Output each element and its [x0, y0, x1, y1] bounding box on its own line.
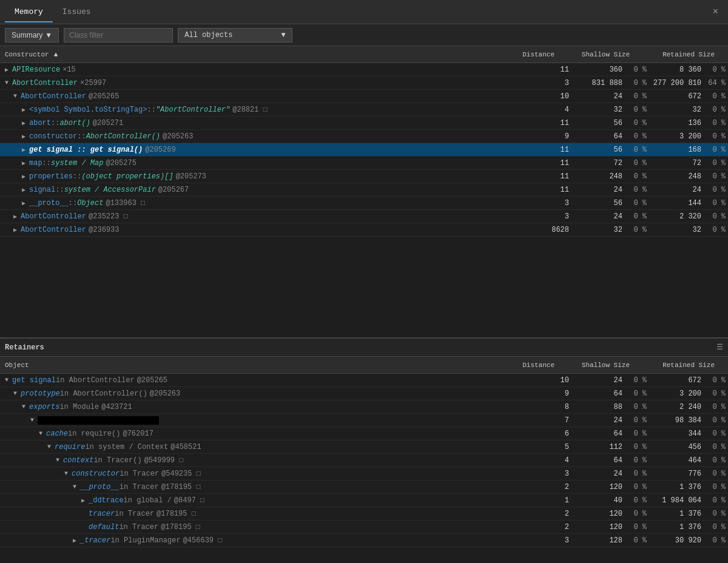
col-header-shallow2[interactable]: Shallow Size	[562, 362, 635, 369]
table-row[interactable]: ▶ constructor :: AbortController()@20526…	[0, 130, 728, 143]
tab-memory[interactable]: Memory	[5, 2, 53, 22]
cell-distance: 2	[516, 510, 576, 518]
upper-table-header: Constructor ▲ Distance Shallow Size Reta…	[0, 46, 728, 63]
cell-shallow: 56	[576, 146, 625, 154]
expand-arrow-icon[interactable]: ▶	[22, 160, 29, 167]
expand-arrow-icon[interactable]: ▶	[22, 146, 29, 153]
expand-arrow-icon[interactable]: ▶	[22, 133, 29, 140]
expand-arrow-icon[interactable]: ▼	[13, 93, 21, 99]
cell-retained: 32	[649, 106, 704, 114]
cell-distance: 3	[516, 79, 576, 87]
cell-object: ▼ constructor in Tracer@549235 □	[0, 470, 516, 478]
expand-arrow-icon[interactable]: ▼	[73, 484, 80, 490]
retainer-row[interactable]: tracer in Tracer@178195 □ 2 120 0 % 1 37…	[0, 507, 728, 521]
cell-distance: 11	[516, 172, 576, 181]
cell-object: ▼	[0, 416, 516, 425]
retainer-row[interactable]: ▶ _ddtrace in global /@8497 □ 1 40 0 % 1…	[0, 494, 728, 507]
col-header-distance[interactable]: Distance	[501, 51, 562, 58]
cell-shallow: 64	[576, 430, 625, 438]
expand-arrow-icon[interactable]: ▶	[5, 66, 12, 73]
col-header-dist2[interactable]: Distance	[501, 362, 562, 369]
cell-shallow-pct: 0 %	[625, 66, 649, 74]
cell-constructor: ▶ properties :: (object properties)[]@20…	[0, 172, 516, 181]
retainer-row[interactable]: ▼ prototype in AbortController()@205263 …	[0, 387, 728, 400]
cell-shallow-pct: 0 %	[625, 510, 649, 518]
table-row[interactable]: ▶ abort :: abort()@205271 11 56 0 % 136 …	[0, 116, 728, 130]
cell-retained: 3 200	[649, 132, 704, 141]
menu-icon[interactable]: ☰	[716, 343, 723, 352]
table-row[interactable]: ▶ signal :: system / AccessorPair@205267…	[0, 183, 728, 197]
retainer-row[interactable]: ▼ constructor in Tracer@549235 □ 3 24 0 …	[0, 467, 728, 480]
tab-issues[interactable]: Issues	[53, 2, 101, 21]
cell-retained-pct: 0 %	[704, 132, 728, 141]
retainer-row[interactable]: ▼ context in Tracer()@549999 □ 4 64 0 % …	[0, 454, 728, 467]
retainer-row[interactable]: ▼ cache in require()@762017 6 64 0 % 344…	[0, 427, 728, 440]
cell-retained-pct: 0 %	[704, 376, 728, 385]
cell-retained: 98 384	[649, 416, 704, 425]
retainer-row[interactable]: ▶ _tracer in PluginManager@456639 □ 3 12…	[0, 534, 728, 547]
retainer-row[interactable]: ▼ __proto__ in Tracer@178195 □ 2 120 0 %…	[0, 480, 728, 494]
expand-arrow-icon[interactable]: ▼	[56, 457, 63, 464]
cell-distance: 8628	[516, 226, 576, 234]
expand-arrow-icon[interactable]: ▶	[22, 120, 29, 127]
cell-object: ▼ require in system / Context@458521	[0, 443, 516, 451]
expand-arrow-icon[interactable]: ▼	[30, 417, 38, 423]
cell-retained-pct: 0 %	[704, 146, 728, 154]
table-row[interactable]: ▼ AbortController@205265 10 24 0 % 672 0…	[0, 90, 728, 103]
cell-object: ▶ _ddtrace in global /@8497 □	[0, 496, 516, 505]
cell-constructor: ▶ <symbol Symbol.toStringTag> :: "AbortC…	[0, 106, 516, 114]
col-header-object[interactable]: Object	[0, 362, 501, 369]
retainers-header: Retainers ☰	[0, 337, 728, 357]
cell-retained: 248	[649, 172, 704, 181]
table-row[interactable]: ▶ APIResource×15 11 360 0 % 8 360 0 %	[0, 63, 728, 76]
cell-shallow-pct: 0 %	[625, 119, 649, 127]
table-row[interactable]: ▶ <symbol Symbol.toStringTag> :: "AbortC…	[0, 103, 728, 116]
expand-arrow-icon[interactable]: ▶	[73, 537, 80, 544]
expand-arrow-icon[interactable]: ▶	[22, 200, 29, 207]
table-row[interactable]: ▶ __proto__ :: Object@133963 □ 3 56 0 % …	[0, 197, 728, 210]
col-header-retained[interactable]: Retained Size	[635, 51, 720, 58]
upper-table-body[interactable]: ▶ APIResource×15 11 360 0 % 8 360 0 % ▼ …	[0, 63, 728, 337]
col-header-retained2[interactable]: Retained Size	[635, 362, 720, 369]
cell-shallow-pct: 0 %	[625, 172, 649, 181]
cell-retained-pct: 0 %	[704, 119, 728, 127]
retainer-row[interactable]: default in Tracer@178195 □ 2 120 0 % 1 3…	[0, 521, 728, 534]
lower-table-body[interactable]: ▼ get signal in AbortController@205265 1…	[0, 374, 728, 547]
cell-shallow-pct: 0 %	[625, 376, 649, 385]
retainer-row[interactable]: ▼ 7 24 0 % 98 384 0 %	[0, 414, 728, 427]
expand-arrow-icon[interactable]: ▼	[64, 470, 72, 477]
table-row[interactable]: ▶ get signal :: get signal()@205269 11 5…	[0, 143, 728, 157]
cell-shallow-pct: 0 %	[625, 146, 649, 154]
expand-arrow-icon[interactable]: ▼	[5, 79, 12, 86]
class-filter-input[interactable]	[64, 28, 173, 42]
retainer-row[interactable]: ▼ get signal in AbortController@205265 1…	[0, 374, 728, 387]
expand-arrow-icon[interactable]: ▶	[22, 186, 29, 194]
table-row[interactable]: ▶ AbortController@236933 8628 32 0 % 32 …	[0, 223, 728, 237]
cell-constructor: ▼ AbortController×25997	[0, 79, 516, 87]
expand-arrow-icon[interactable]: ▶	[13, 226, 21, 234]
all-objects-dropdown[interactable]: All objects ▼	[178, 28, 292, 42]
table-row[interactable]: ▼ AbortController×25997 3 831 888 0 % 27…	[0, 76, 728, 90]
cell-shallow: 32	[576, 106, 625, 114]
expand-arrow-icon[interactable]: ▼	[13, 390, 21, 397]
expand-arrow-icon[interactable]: ▶	[22, 173, 29, 180]
cell-shallow-pct: 0 %	[625, 496, 649, 505]
expand-arrow-icon[interactable]: ▶	[13, 213, 21, 220]
col-header-constructor[interactable]: Constructor ▲	[0, 51, 501, 58]
expand-arrow-icon[interactable]: ▶	[81, 497, 89, 504]
cell-distance: 10	[516, 376, 576, 385]
close-button[interactable]: ×	[707, 4, 723, 20]
expand-arrow-icon[interactable]: ▼	[39, 430, 46, 437]
retainer-row[interactable]: ▼ exports in Module@423721 8 88 0 % 2 24…	[0, 400, 728, 414]
table-row[interactable]: ▶ AbortController@235223 □ 3 24 0 % 2 32…	[0, 210, 728, 223]
expand-arrow-icon[interactable]: ▶	[22, 106, 29, 113]
col-header-shallow[interactable]: Shallow Size	[562, 51, 635, 58]
summary-button[interactable]: Summary ▼	[5, 28, 59, 42]
expand-arrow-icon[interactable]: ▼	[5, 377, 12, 383]
table-row[interactable]: ▶ properties :: (object properties)[]@20…	[0, 170, 728, 183]
expand-arrow-icon[interactable]: ▼	[22, 403, 29, 410]
expand-arrow-icon[interactable]: ▼	[47, 443, 55, 450]
retainer-row[interactable]: ▼ require in system / Context@458521 5 1…	[0, 440, 728, 454]
table-row[interactable]: ▶ map :: system / Map@205275 11 72 0 % 7…	[0, 157, 728, 170]
cell-object: default in Tracer@178195 □	[0, 523, 516, 531]
